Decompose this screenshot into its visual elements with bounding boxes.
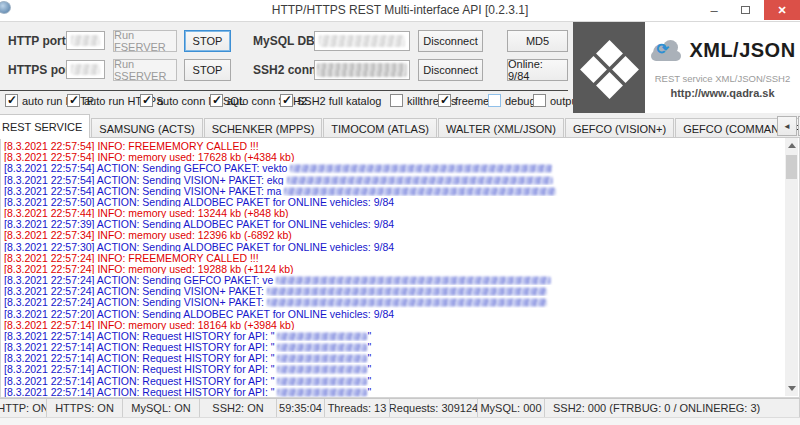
status-bar: HTTP: ON HTTPS: ON MySQL: ON SSH2: ON 59… (0, 398, 800, 417)
log-timestamp: [8.3.2021 22:57:54] (4, 151, 95, 162)
checkbox-row: auto run HTTP auto run HTTPS auto conn M… (0, 93, 573, 112)
status-text: MySQL: ON (131, 402, 190, 414)
redacted-value (319, 35, 405, 47)
tab-label: GEFCO (VISION+) (573, 123, 666, 135)
arrow-up-icon (788, 143, 796, 148)
window-title: HTTP/HTTPS REST Multi-interface API [0.2… (0, 3, 800, 17)
ssh2-conn-label: SSH2 conn (253, 63, 316, 77)
log-timestamp: [8.3.2021 22:57:54] (4, 185, 95, 196)
option-checkbox[interactable]: debug (488, 94, 536, 107)
checkbox-box[interactable] (488, 94, 501, 107)
status-cell: Threads: 13 (325, 399, 390, 417)
log-timestamp: [8.3.2021 22:57:39] (4, 218, 95, 229)
close-button[interactable]: ✕ (764, 0, 800, 20)
redacted-value (317, 63, 407, 77)
log-timestamp: [8.3.2021 22:57:14] (4, 363, 95, 374)
tab-strip: REST SERVICE SAMSUNG (ACTS) SCHENKER (MP… (0, 113, 800, 138)
disconnect-mysql-button[interactable]: Disconnect (418, 30, 483, 52)
log-message: ACTION: Sending ALDOBEC PAKET for ONLINE… (97, 196, 394, 207)
log-suffix: " (367, 330, 371, 341)
tab-scroll-left-button[interactable]: ◄ (777, 116, 797, 136)
status-cell: SSH2: ON (200, 399, 277, 417)
log-timestamp: [8.3.2021 22:57:34] (4, 229, 95, 240)
redacted-value (71, 64, 100, 75)
tab[interactable]: WALTER (XML/JSON) (438, 118, 564, 138)
checkbox-box[interactable] (140, 94, 153, 107)
checkbox-box[interactable] (67, 94, 80, 107)
checkbox-box[interactable] (5, 94, 18, 107)
log-message: INFO: memory used: 12396 kb (-6892 kb) (97, 229, 291, 240)
log-timestamp: [8.3.2021 22:57:54] (4, 140, 95, 151)
log-timestamp: [8.3.2021 22:57:14] (4, 352, 95, 363)
close-icon: ✕ (777, 4, 786, 17)
log-suffix: " (367, 352, 371, 363)
log-message: ACTION: Sending ALDOBEC PAKET for ONLINE… (97, 308, 394, 319)
ssh2-conn-input[interactable] (314, 60, 410, 80)
window-bottom-edge (0, 417, 800, 425)
stop-http-button[interactable]: STOP (184, 30, 231, 52)
log-suffix: " (367, 386, 371, 397)
cloud-sync-icon: ⟳ (649, 38, 683, 62)
checkbox-box[interactable] (280, 94, 293, 107)
redacted-text (277, 377, 367, 385)
log-line: [8.3.2021 22:57:14] ACTION: Request HIST… (4, 341, 783, 352)
redacted-text (287, 176, 553, 184)
status-cell: Requests: 309124 (390, 399, 478, 417)
checkbox-box[interactable] (210, 94, 223, 107)
log-line: [8.3.2021 22:57:34] INFO: memory used: 1… (4, 229, 783, 240)
log-line: [8.3.2021 22:57:14] INFO: memory used: 1… (4, 319, 783, 330)
scrollbar-thumb[interactable] (786, 155, 797, 179)
log-message: INFO: memory used: 18164 kb (+3984 kb) (97, 319, 294, 330)
log-message: ACTION: Sending VISION+ PAKET: (97, 296, 264, 307)
http-port-label: HTTP port (8, 34, 66, 48)
log-message: ACTION: Request HISTORY for API: " (97, 386, 275, 397)
toolbar: HTTP port Run FSERVER STOP MySQL DB Disc… (0, 22, 800, 113)
md5-button[interactable]: MD5 (507, 30, 568, 52)
log-message: ACTION: Request HISTORY for API: " (97, 330, 275, 341)
https-port-input[interactable] (66, 60, 105, 79)
log-lines: [8.3.2021 22:57:54] INFO: FREEMEMORY CAL… (4, 140, 783, 397)
tab[interactable]: GEFCO (VISION+) (565, 118, 674, 138)
log-line: [8.3.2021 22:57:30] ACTION: Sending ALDO… (4, 241, 783, 252)
log-line: [8.3.2021 22:57:14] ACTION: Request HIST… (4, 363, 783, 374)
tab[interactable]: REST SERVICE (0, 114, 90, 138)
run-fserver-button[interactable]: Run FSERVER (113, 30, 177, 52)
stop-https-button[interactable]: STOP (184, 59, 231, 81)
title-bar: HTTP/HTTPS REST Multi-interface API [0.2… (0, 0, 800, 22)
status-text: SSH2: ON (212, 402, 263, 414)
status-text: Requests: 309124 (390, 402, 478, 414)
log-message: ACTION: Sending VISION+ PAKET: (97, 285, 264, 296)
tab[interactable]: SAMSUNG (ACTS) (91, 118, 202, 138)
checkbox-box[interactable] (390, 94, 403, 107)
option-checkbox[interactable]: SSH2 full katalog (280, 94, 381, 107)
mysql-db-input[interactable] (314, 31, 410, 51)
brand-url[interactable]: http://www.qadra.sk (645, 87, 800, 99)
run-sserver-button[interactable]: Run SSERVER (113, 59, 177, 81)
checkbox-box[interactable] (533, 94, 546, 107)
mysql-db-label: MySQL DB (253, 34, 315, 48)
tab-label: SCHENKER (MPPS) (212, 123, 315, 135)
scroll-down-button[interactable] (785, 381, 798, 396)
vertical-scrollbar[interactable] (785, 138, 798, 396)
tab-label: TIMOCOM (ATLAS) (331, 123, 429, 135)
log-suffix: " (367, 341, 371, 352)
http-port-input[interactable] (66, 31, 105, 50)
redacted-text (290, 165, 552, 173)
maximize-button[interactable] (731, 0, 759, 20)
status-cell: 59:35:04 (277, 399, 325, 417)
checkbox-label: debug (505, 95, 536, 107)
online-count-button[interactable]: Online: 9/84 (507, 59, 568, 81)
scroll-up-button[interactable] (785, 138, 798, 153)
disconnect-ssh2-button[interactable]: Disconnect (418, 59, 483, 81)
log-timestamp: [8.3.2021 22:57:44] (4, 207, 95, 218)
log-message: INFO: memory used: 13244 kb (+848 kb) (97, 207, 288, 218)
log-panel: [8.3.2021 22:57:54] INFO: FREEMEMORY CAL… (0, 138, 800, 398)
log-timestamp: [8.3.2021 22:57:14] (4, 319, 95, 330)
minimize-button[interactable]: – (700, 0, 728, 20)
minimize-icon: – (710, 3, 717, 18)
redacted-text (276, 277, 551, 285)
redacted-text (277, 332, 367, 340)
checkbox-box[interactable] (438, 94, 451, 107)
tab[interactable]: TIMOCOM (ATLAS) (323, 118, 437, 138)
tab[interactable]: SCHENKER (MPPS) (204, 118, 323, 138)
